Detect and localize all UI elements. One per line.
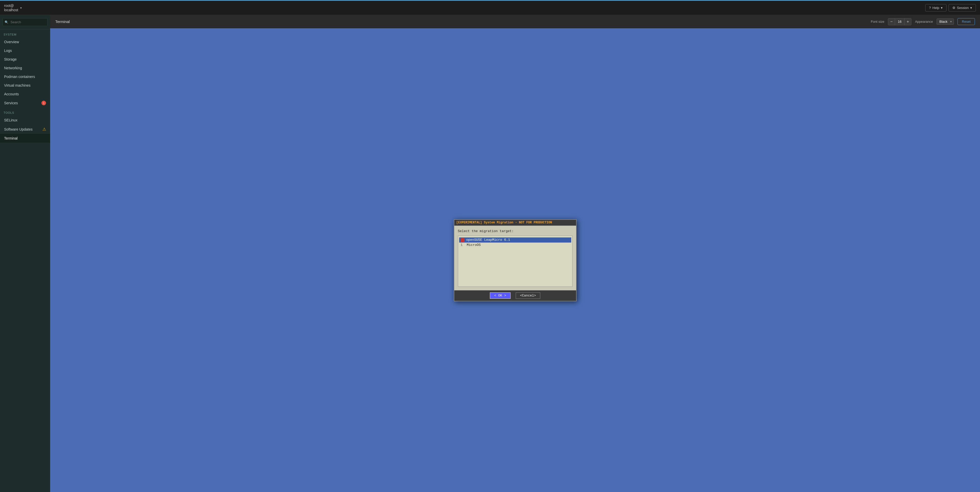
top-bar: root@ localhost ▾ ? Help ▾ ⚙ Session ▾ [0, 1, 980, 15]
terminal-header: Terminal Font size − 16 + Appearance Bla… [50, 15, 980, 29]
sidebar-search-area: 🔍 [0, 15, 50, 29]
dialog-prompt: Select the migration target: [458, 229, 573, 233]
services-label: Services [4, 101, 18, 105]
appearance-select-wrapper: Black White Dark [937, 18, 954, 25]
vms-label: Virtual machines [4, 83, 30, 87]
selinux-label: SELinux [4, 118, 18, 122]
help-chevron: ▾ [941, 6, 943, 10]
sidebar-item-networking[interactable]: Networking [0, 63, 50, 72]
sidebar-section-system: System Overview Logs Storage Networking … [0, 29, 50, 108]
services-badge: 1 [41, 101, 46, 105]
reset-button[interactable]: Reset [958, 18, 975, 25]
font-size-value: 16 [895, 18, 904, 25]
dialog-ok-button[interactable]: < OK > [490, 292, 511, 299]
software-updates-label: Software Updates [4, 127, 32, 132]
user-section[interactable]: root@ localhost ▾ [4, 3, 22, 12]
system-section-label: System [0, 29, 50, 38]
accent-bar [0, 0, 980, 1]
storage-label: Storage [4, 57, 17, 61]
hostname: localhost [4, 8, 18, 12]
dialog-titlebar: [EXPERIMENTAL] System Migration - NOT FO… [454, 220, 576, 226]
top-bar-actions: ? Help ▾ ⚙ Session ▾ [925, 4, 976, 11]
terminal-body: [EXPERIMENTAL] System Migration - NOT FO… [50, 29, 980, 492]
appearance-label: Appearance [915, 20, 933, 24]
sidebar-item-accounts[interactable]: Accounts [0, 90, 50, 98]
sidebar-item-selinux[interactable]: SELinux [0, 116, 50, 124]
sidebar-item-overview[interactable]: Overview [0, 38, 50, 46]
accounts-label: Accounts [4, 92, 19, 96]
terminal-controls: Font size − 16 + Appearance Black White … [871, 18, 975, 25]
cancel-label: <Cancel> [520, 294, 536, 297]
podman-label: Podman containers [4, 75, 35, 79]
list-item-0[interactable]: openSUSE LeapMicro 6.1 [459, 237, 571, 243]
session-chevron: ▾ [970, 6, 972, 10]
sidebar-item-terminal[interactable]: Terminal [0, 134, 50, 143]
item-1-number: 1 [461, 243, 465, 247]
item-cursor-icon [461, 238, 464, 242]
ok-label: < OK > [494, 294, 506, 297]
terminal-nav-label: Terminal [4, 136, 18, 140]
search-input[interactable] [3, 18, 48, 26]
search-icon: 🔍 [5, 21, 8, 24]
dialog-inner: Select the migration target: openSUSE Le… [454, 226, 576, 290]
content-area: Terminal Font size − 16 + Appearance Bla… [50, 15, 980, 492]
session-icon: ⚙ [952, 6, 955, 10]
sidebar-item-logs[interactable]: Logs [0, 46, 50, 55]
sidebar-section-tools: Tools SELinux Software Updates ⚠ Termina… [0, 108, 50, 143]
tools-section-label: Tools [0, 108, 50, 116]
appearance-select[interactable]: Black White Dark [937, 18, 954, 25]
dialog-footer: < OK > <Cancel> [454, 290, 576, 301]
software-updates-badge: ⚠ [43, 127, 46, 132]
sidebar-item-software-updates[interactable]: Software Updates ⚠ [0, 124, 50, 134]
user-info: root@ localhost [4, 3, 18, 12]
search-wrapper: 🔍 [3, 18, 48, 26]
font-size-controls: − 16 + [888, 18, 912, 25]
username: root@ [4, 3, 18, 8]
sidebar-item-vms[interactable]: Virtual machines [0, 81, 50, 90]
networking-label: Networking [4, 66, 22, 70]
sidebar-item-podman[interactable]: Podman containers [0, 72, 50, 81]
help-label: Help [932, 6, 939, 10]
overview-label: Overview [4, 40, 19, 44]
session-label: Session [957, 6, 969, 10]
sidebar: 🔍 System Overview Logs Storage Networkin… [0, 15, 50, 492]
user-dropdown-chevron[interactable]: ▾ [20, 6, 22, 10]
dialog-title: [EXPERIMENTAL] System Migration - NOT FO… [457, 221, 552, 224]
migration-dialog: [EXPERIMENTAL] System Migration - NOT FO… [454, 219, 577, 302]
font-size-label: Font size [871, 20, 885, 24]
terminal-title: Terminal [55, 19, 70, 24]
help-button[interactable]: ? Help ▾ [925, 4, 947, 11]
font-size-decrease-button[interactable]: − [888, 18, 895, 25]
dialog-list: openSUSE LeapMicro 6.1 1 MicroOS [458, 236, 573, 287]
item-0-label: openSUSE LeapMicro 6.1 [466, 238, 510, 242]
logs-label: Logs [4, 49, 12, 52]
main-layout: 🔍 System Overview Logs Storage Networkin… [0, 15, 980, 492]
list-item-1[interactable]: 1 MicroOS [459, 243, 571, 248]
font-size-increase-button[interactable]: + [904, 18, 912, 25]
item-1-label: MicroOS [467, 243, 481, 247]
sidebar-item-services[interactable]: Services 1 [0, 98, 50, 108]
help-icon: ? [929, 6, 931, 10]
session-button[interactable]: ⚙ Session ▾ [948, 4, 976, 11]
sidebar-item-storage[interactable]: Storage [0, 55, 50, 63]
dialog-cancel-button[interactable]: <Cancel> [516, 292, 540, 299]
